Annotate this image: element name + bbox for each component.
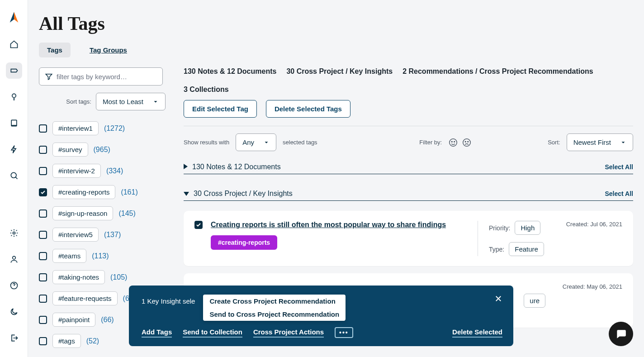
lightbulb-icon[interactable] [6, 89, 22, 105]
stats-row: 130 Notes & 12 Documents30 Cross Project… [184, 67, 633, 94]
frown-icon[interactable] [462, 138, 472, 148]
tag-row: #taking-notes(105) [39, 270, 166, 284]
svg-point-8 [454, 141, 455, 142]
stat-item: 30 Cross Project / Key Insights [286, 67, 393, 76]
tag-checkbox[interactable] [39, 167, 47, 175]
tabs-row: Tags Tag Groups [39, 43, 633, 57]
popup-send-recommendation[interactable]: Send to Cross Project Recommendation [203, 308, 346, 321]
add-tags-link[interactable]: Add Tags [142, 328, 172, 338]
collapse-toggle[interactable] [184, 163, 188, 171]
tag-count: (965) [94, 146, 110, 154]
send-to-collection-link[interactable]: Send to Collection [183, 328, 242, 338]
tag-checkbox[interactable] [39, 209, 47, 218]
tag-chip[interactable]: #interview1 [52, 121, 99, 135]
tag-chip[interactable]: #taking-notes [52, 270, 105, 284]
bolt-icon[interactable] [6, 141, 22, 157]
tag-checkbox[interactable] [39, 337, 47, 345]
tag-checkbox[interactable] [39, 124, 47, 133]
stat-item: 3 Collections [184, 86, 229, 94]
insight-checkbox[interactable] [194, 221, 203, 229]
tag-chip[interactable]: #interview5 [52, 228, 99, 242]
insight-tag-chip[interactable]: #creating-reports [211, 235, 277, 250]
tag-chip[interactable]: #creating-reports [52, 185, 115, 199]
book-icon[interactable] [6, 115, 22, 131]
priority-value: High [515, 221, 540, 235]
filter-tags-input[interactable] [57, 73, 157, 81]
section-notes-select-all[interactable]: Select All [605, 163, 633, 171]
section-notes-title: 130 Notes & 12 Documents [192, 163, 600, 171]
selection-status: 1 Key Insight sele [142, 295, 195, 305]
app-logo-icon [8, 11, 20, 24]
sort-tags-value: Most to Least [103, 98, 143, 105]
tags-icon[interactable] [6, 62, 22, 79]
delete-selected-tags-button[interactable]: Delete Selected Tags [266, 100, 350, 118]
tag-checkbox[interactable] [39, 252, 47, 260]
chevron-down-icon [263, 139, 270, 146]
tag-count: (334) [106, 167, 123, 175]
svg-point-7 [452, 141, 453, 142]
tag-chip[interactable]: #painpoint [52, 313, 95, 327]
more-actions-button[interactable]: ••• [335, 327, 353, 338]
section-insights-header: 30 Cross Project / Key Insights Select A… [184, 187, 633, 201]
tab-tags[interactable]: Tags [39, 43, 71, 57]
filter-icon [45, 72, 53, 81]
logout-icon[interactable] [6, 330, 22, 346]
type-value-partial: ure [524, 294, 545, 308]
tag-checkbox[interactable] [39, 273, 47, 281]
tag-row: #survey(965) [39, 143, 166, 157]
smile-icon[interactable] [448, 138, 458, 148]
tag-chip[interactable]: #tags [52, 334, 81, 348]
tag-count: (137) [104, 231, 121, 239]
search-icon[interactable] [6, 167, 22, 184]
popup-create-recommendation[interactable]: Create Cross Project Recommendation [203, 295, 346, 308]
tag-checkbox[interactable] [39, 146, 47, 154]
chat-fab[interactable] [609, 322, 633, 346]
section-insights-select-all[interactable]: Select All [605, 190, 633, 197]
cross-project-actions-link[interactable]: Cross Project Actions [253, 328, 324, 338]
tag-checkbox[interactable] [39, 295, 47, 303]
tag-chip[interactable]: #survey [52, 143, 88, 157]
sort-tags-label: Sort tags: [66, 98, 91, 105]
tag-chip[interactable]: #sign-up-reason [52, 206, 113, 220]
delete-selected-link[interactable]: Delete Selected [452, 328, 502, 338]
tag-checkbox[interactable] [39, 188, 47, 196]
svg-point-3 [13, 232, 15, 234]
chevron-down-icon [620, 139, 626, 146]
tag-chip[interactable]: #feature-requests [52, 291, 118, 305]
filter-input-wrapper[interactable] [39, 67, 163, 86]
svg-point-6 [450, 138, 457, 146]
svg-point-10 [465, 141, 466, 142]
page-title: All Tags [39, 13, 633, 34]
edit-selected-tag-button[interactable]: Edit Selected Tag [184, 100, 257, 118]
match-mode-select[interactable]: Any [236, 133, 276, 151]
gear-icon[interactable] [6, 225, 22, 241]
sort-results-value: Newest First [573, 138, 611, 146]
tag-count: (6 [123, 295, 129, 303]
tag-row: #interview-2(334) [39, 164, 166, 178]
insight-title-link[interactable]: Creating reports is still often the most… [211, 221, 446, 229]
insight-created-date: Created: Jul 06, 2021 [554, 221, 622, 256]
tag-checkbox[interactable] [39, 231, 47, 239]
sort-results-select[interactable]: Newest First [567, 133, 633, 151]
cross-project-popup: Create Cross Project Recommendation Send… [203, 295, 346, 321]
close-action-bar[interactable] [494, 295, 502, 305]
tab-tag-groups[interactable]: Tag Groups [81, 43, 135, 57]
moon-icon[interactable] [6, 304, 22, 320]
expand-toggle[interactable] [184, 190, 189, 198]
tag-row: #teams(113) [39, 249, 166, 263]
tag-chip[interactable]: #teams [52, 249, 86, 263]
user-icon[interactable] [6, 251, 22, 267]
tag-count: (161) [121, 188, 137, 196]
insight-meta: Priority: High Type: Feature [478, 221, 545, 256]
help-icon[interactable] [6, 277, 22, 294]
sort-tags-select[interactable]: Most to Least [96, 93, 166, 110]
type-label: Type: [489, 246, 504, 253]
tag-checkbox[interactable] [39, 316, 47, 324]
insight-card: Creating reports is still often the most… [184, 211, 633, 266]
tag-chip[interactable]: #interview-2 [52, 164, 101, 178]
svg-point-2 [11, 172, 16, 178]
svg-point-0 [12, 94, 15, 97]
show-results-prefix: Show results with [184, 139, 229, 146]
svg-point-9 [463, 138, 471, 146]
home-icon[interactable] [6, 36, 22, 52]
